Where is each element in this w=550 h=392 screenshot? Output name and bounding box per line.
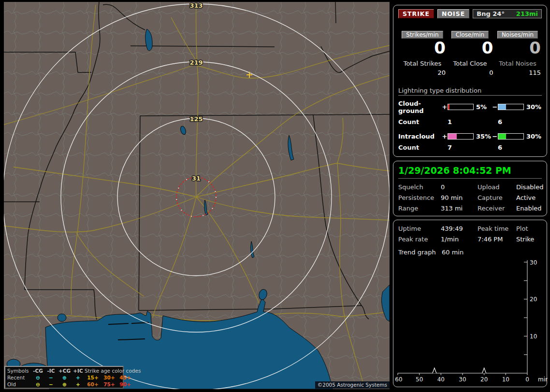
- intracloud-label: Intracloud: [398, 133, 442, 140]
- ic-minus-count: 6: [498, 144, 542, 151]
- age-15: 15+: [85, 374, 101, 381]
- intracloud-count-row: Count 7 6: [398, 144, 542, 151]
- recent-pcg-icon: ⊕: [58, 374, 72, 381]
- y-tick-20: 20: [530, 296, 537, 303]
- datetime-display: 1/29/2026 8:04:52 PM: [398, 165, 542, 176]
- legend-old-label: Old: [7, 381, 31, 388]
- total-strikes-label: Total Strikes: [399, 60, 446, 67]
- bearing-distance: 213mi: [516, 10, 538, 17]
- upload-status: Disabled: [516, 183, 543, 191]
- distribution-title: Lightning type distribution: [398, 87, 542, 96]
- x-tick-10: 10: [502, 376, 509, 383]
- map-canvas: 313 219 125 31: [4, 2, 390, 389]
- noises-column: Noises/min 0 Total Noises 115: [494, 31, 541, 76]
- trend-y-labels: 30 20 10: [530, 259, 537, 340]
- noises-per-min-chip[interactable]: Noises/min: [497, 31, 538, 39]
- old-nic-icon: −: [44, 381, 58, 388]
- total-close-value: 0: [447, 69, 493, 76]
- legend-col-nic: -IC: [44, 367, 58, 374]
- legend-symbols-label: Symbols: [7, 367, 31, 374]
- x-tick-50: 50: [416, 376, 423, 383]
- receiver-status: Enabled: [516, 205, 542, 212]
- old-ncg-icon: ⊖: [31, 381, 44, 388]
- trend-spikes: [433, 368, 486, 373]
- bearing-readout: Bng 24° 213mi: [473, 9, 542, 18]
- age-75: 75+: [101, 381, 117, 388]
- cg-minus-pct: 30%: [524, 103, 543, 111]
- persistence-label: Persistence: [398, 194, 441, 201]
- total-strikes-value: 20: [399, 69, 446, 76]
- legend-col-pic: +IC: [72, 367, 85, 374]
- close-rate-value: 0: [447, 40, 493, 57]
- old-pic-icon: +: [72, 381, 85, 388]
- ic-plus-count: 7: [448, 144, 498, 151]
- count-label: Count: [398, 144, 448, 151]
- strikes-per-min-chip[interactable]: Strikes/min: [402, 31, 443, 39]
- recent-pic-icon: +: [72, 374, 85, 381]
- bearing-value: Bng 24°: [477, 10, 505, 17]
- strikes-column: Strikes/min 0 Total Strikes 20: [399, 31, 446, 76]
- ic-minus-bar: [498, 133, 524, 140]
- trend-axes: [398, 260, 527, 375]
- cg-plus-pct: 5%: [474, 103, 492, 111]
- y-tick-30: 30: [530, 259, 537, 266]
- plus-sign: +: [442, 133, 448, 140]
- trend-graph: 30 20 10 60 50 40 30 20 10 0 min: [393, 220, 548, 388]
- close-per-min-chip[interactable]: Close/min: [451, 31, 489, 39]
- age-90: 90+: [117, 381, 133, 388]
- capture-status: Active: [516, 194, 542, 201]
- status-row: Range 313 mi Receiver Enabled: [398, 205, 542, 212]
- legend-recent-label: Recent: [7, 374, 31, 381]
- ring-label-31: 31: [192, 175, 201, 182]
- strike-toggle-button[interactable]: STRIKE: [398, 9, 434, 18]
- noise-toggle-button[interactable]: NOISE: [437, 9, 469, 18]
- upload-label: Upload: [478, 183, 516, 191]
- status-row: Squelch 0 Upload Disabled: [398, 183, 542, 191]
- ic-minus-pct: 30%: [524, 133, 543, 140]
- counters-panel: STRIKE NOISE Bng 24° 213mi Strikes/min 0…: [393, 5, 547, 157]
- cloud-ground-label: Cloud-ground: [398, 100, 442, 114]
- total-close-label: Total Close: [447, 60, 493, 67]
- ring-label-313: 313: [189, 2, 203, 9]
- cg-plus-count: 1: [448, 118, 498, 126]
- x-tick-40: 40: [437, 376, 445, 383]
- lightning-map[interactable]: 313 219 125 31 Symbols -CG -IC +CG +IC S…: [4, 2, 390, 389]
- total-noises-label: Total Noises: [494, 60, 541, 67]
- cg-plus-bar: [448, 104, 474, 110]
- ic-plus-pct: 35%: [474, 133, 492, 140]
- cg-minus-bar: [498, 104, 524, 110]
- receiver-label: Receiver: [478, 205, 516, 212]
- age-60: 60+: [85, 381, 101, 388]
- y-tick-10: 10: [530, 333, 537, 340]
- intracloud-row: Intracloud + 35% − 30%: [398, 133, 542, 140]
- cloud-ground-count-row: Count 1 6: [398, 118, 542, 126]
- squelch-value: 0: [441, 183, 478, 191]
- ic-plus-bar: [448, 133, 474, 140]
- close-column: Close/min 0 Total Close 0: [447, 31, 493, 76]
- cloud-ground-row: Cloud-ground + 5% − 30%: [398, 100, 542, 114]
- persistence-value: 90 min: [441, 194, 478, 201]
- app-window: 313 219 125 31 Symbols -CG -IC +CG +IC S…: [0, 0, 550, 392]
- strikes-rate-value: 0: [399, 40, 446, 57]
- noises-rate-value: 0: [494, 40, 541, 57]
- range-label: Range: [398, 205, 441, 212]
- cg-minus-count: 6: [498, 118, 542, 126]
- x-tick-20: 20: [480, 376, 488, 383]
- copyright-notice: ©2005 Astrogenic Systems: [315, 381, 390, 389]
- status-panel: 1/29/2026 8:04:52 PM Squelch 0 Upload Di…: [393, 161, 547, 216]
- age-45: 45+: [117, 374, 133, 381]
- x-tick-60: 60: [395, 376, 402, 383]
- plus-sign: +: [442, 103, 448, 111]
- x-tick-0: 0: [525, 376, 529, 383]
- capture-label: Capture: [478, 194, 516, 201]
- recent-nic-icon: −: [44, 374, 58, 381]
- age-30: 30+: [101, 374, 117, 381]
- count-label: Count: [398, 118, 448, 126]
- minus-sign: −: [492, 103, 498, 111]
- trend-panel: Uptime 439:49 Peak time Plot Peak rate 1…: [393, 220, 547, 387]
- minus-sign: −: [492, 133, 498, 140]
- ring-label-125: 125: [189, 115, 203, 123]
- total-noises-value: 115: [494, 69, 541, 76]
- status-row: Persistence 90 min Capture Active: [398, 194, 542, 201]
- x-tick-30: 30: [459, 376, 466, 383]
